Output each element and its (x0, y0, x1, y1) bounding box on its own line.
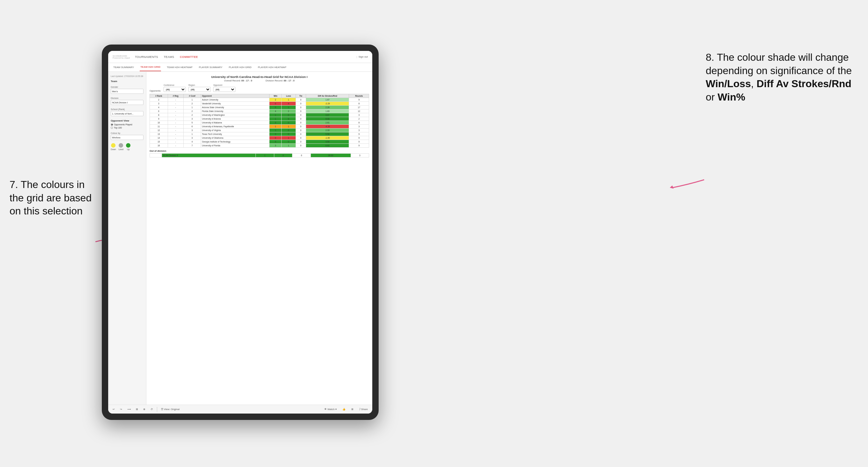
grid-btn[interactable]: ⊞ (350, 407, 355, 411)
ood-tie: 0 (292, 154, 311, 157)
cell-rounds: 9 (349, 140, 369, 144)
timestamp: Last Updated: 27/03/2024 16:55:38 (111, 75, 144, 77)
subnav-player-summary[interactable]: PLAYER SUMMARY (198, 63, 223, 71)
legend-level-dot (119, 143, 123, 148)
main-content: Last Updated: 27/03/2024 16:55:38 Team G… (108, 72, 372, 405)
cell-rounds: 9 (349, 98, 369, 102)
view-btn[interactable]: ☰ View: Original (160, 407, 181, 411)
copy-btn[interactable]: ⊕ (142, 407, 147, 411)
table-row: 14 - 3 University of Oklahoma 0 1 0 -1.0… (150, 136, 369, 140)
out-of-division-row: NCAA Division II 1 0 0 26.00 3 (150, 154, 369, 157)
cell-diff: 4.50 (306, 140, 349, 144)
cell-loss: 1 (282, 136, 296, 140)
conference-label: Conference (163, 84, 186, 86)
cell-rounds: 17 (349, 105, 369, 110)
cell-conf: 1 (184, 105, 201, 110)
cell-reg: - (168, 113, 183, 117)
cell-win: 3 (270, 132, 282, 136)
cell-opponent: Texas Tech University (201, 132, 270, 136)
cell-opponent: University of Arizona (201, 117, 270, 121)
legend-down: Down (111, 143, 116, 151)
col-reg: # Reg (168, 94, 183, 98)
cell-loss: 1 (282, 105, 296, 110)
cell-loss: 0 (282, 113, 296, 117)
crop-btn[interactable]: ⊞ (134, 407, 140, 411)
colour-by-select[interactable]: Win/loss (111, 135, 144, 140)
watch-dropdown-icon: ▾ (335, 408, 337, 411)
gender-select[interactable]: Men's (111, 89, 144, 94)
bold-win-pct: Win% (717, 91, 745, 103)
undo-btn[interactable]: ↩ (111, 407, 116, 411)
redo-btn[interactable]: ↪ (119, 407, 123, 411)
watch-btn[interactable]: 👁 Watch ▾ (323, 407, 338, 411)
cell-rank: 9 (150, 117, 168, 121)
team-label: Team (111, 80, 144, 83)
opponent-view-label: Opponent View (111, 119, 144, 122)
radio-opponents-played[interactable]: Opponents Played (111, 123, 144, 126)
sidebar: Last Updated: 27/03/2024 16:55:38 Team G… (108, 72, 146, 405)
cell-win: 1 (270, 125, 282, 128)
cell-opponent: Vanderbilt University (201, 102, 270, 105)
region-select[interactable]: (All) (188, 87, 211, 92)
nav-committee[interactable]: COMMITTEE (180, 55, 198, 59)
arrow-right-icon (669, 177, 707, 192)
ood-loss: 0 (274, 154, 292, 157)
conference-select[interactable]: (All) (163, 87, 186, 92)
cell-win: 1 (270, 128, 282, 132)
table-row: 6 - 2 Florida State University 4 2 0 1.8… (150, 110, 369, 113)
division-select[interactable]: NCAA Division I (111, 100, 144, 105)
school-select[interactable]: 1. University of Nort... (111, 111, 144, 116)
cell-opponent: University of Washington (201, 113, 270, 117)
legend-level: Level (119, 143, 124, 151)
cell-reg: - (168, 132, 183, 136)
subnav-player-h2h-heatmap[interactable]: PLAYER H2H HEATMAP (257, 63, 287, 71)
cell-diff: -4.33 (306, 125, 349, 128)
share-btn[interactable]: ⤴ Share (358, 407, 369, 411)
sign-out-button[interactable]: Sign out (359, 55, 368, 58)
forward-btn[interactable]: ⟶ (126, 407, 132, 411)
cell-rank: 16 (150, 144, 168, 148)
cell-reg: - (168, 110, 183, 113)
colour-by-label: Colour by (111, 132, 144, 134)
subnav-player-h2h-grid[interactable]: PLAYER H2H GRID (228, 63, 252, 71)
cell-reg: - (168, 140, 183, 144)
cell-reg: - (168, 128, 183, 132)
cell-reg: - (168, 136, 183, 140)
thumbs-btn[interactable]: 👍 (341, 407, 347, 411)
cell-win: 3 (270, 121, 282, 125)
legend-up-label: Up (127, 148, 129, 151)
tablet-screen: SCOREBOARD Powered by clippd TOURNAMENTS… (108, 51, 372, 413)
radio-top100[interactable]: Top 100 (111, 127, 144, 129)
cell-tie: 0 (296, 128, 306, 132)
cell-diff: 1.83 (306, 110, 349, 113)
table-row: 8 - 2 University of Washington 1 0 0 3.6… (150, 113, 369, 117)
cell-conf: 5 (184, 121, 201, 125)
cell-rounds: 9 (349, 144, 369, 148)
cell-opponent: University of Florida (201, 144, 270, 148)
ood-diff: 26.00 (311, 154, 351, 157)
legend-up: Up (126, 143, 130, 151)
cell-rank: 8 (150, 113, 168, 117)
table-row: 2 - 1 Auburn University 2 1 0 1.67 9 (150, 98, 369, 102)
cell-rounds: 9 (349, 132, 369, 136)
cell-rounds: 2 (349, 117, 369, 121)
cell-loss: 0 (282, 140, 296, 144)
cell-diff: 2.33 (306, 128, 349, 132)
legend-up-dot (126, 143, 130, 148)
opponent-select[interactable]: (All) (213, 87, 236, 92)
school-label: School (Rank) (111, 108, 144, 111)
subnav-team-summary[interactable]: TEAM SUMMARY (113, 63, 134, 71)
table-row: 4 - 1 Arizona State University 5 1 0 2.2… (150, 105, 369, 110)
cell-tie: 0 (296, 105, 306, 110)
cell-rounds: 3 (349, 125, 369, 128)
cell-tie: 0 (296, 144, 306, 148)
subnav-team-h2h-heatmap[interactable]: TEAM H2H HEATMAP (166, 63, 193, 71)
clock-btn[interactable]: ⏱ (149, 407, 154, 411)
gender-label: Gender (111, 86, 144, 88)
watch-icon: 👁 (324, 408, 327, 411)
nav-teams[interactable]: TEAMS (164, 55, 174, 59)
col-rank: # Rank (150, 94, 168, 98)
nav-tournaments[interactable]: TOURNAMENTS (135, 55, 158, 59)
subnav-team-h2h-grid[interactable]: TEAM H2H GRID (140, 63, 161, 71)
cell-win: 1 (270, 113, 282, 117)
